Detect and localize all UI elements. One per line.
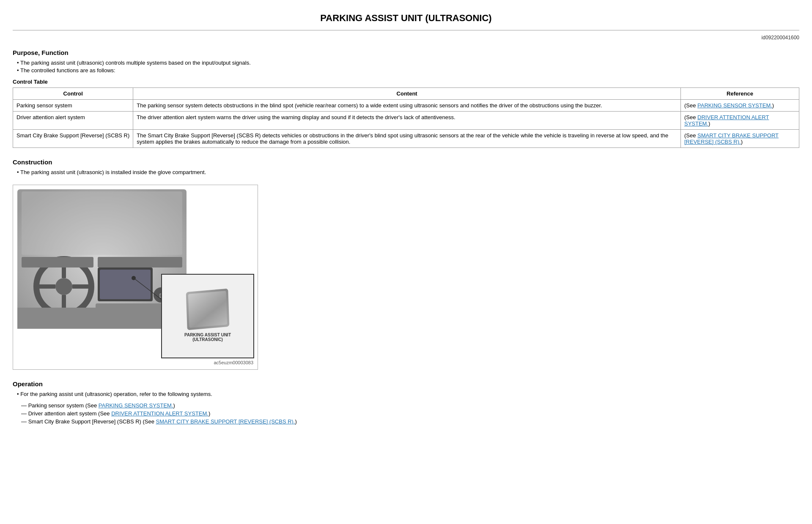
title-divider — [13, 30, 799, 30]
row1-content: The parking sensor system detects obstru… — [133, 100, 681, 112]
construction-section: Construction The parking assist unit (ul… — [13, 158, 799, 370]
svg-rect-9 — [100, 270, 151, 299]
svg-point-3 — [55, 278, 72, 295]
operation-item-3: Smart City Brake Support [Reverse] (SCBS… — [21, 418, 799, 425]
control-table-heading: Control Table — [13, 79, 799, 85]
row3-reference-link[interactable]: SMART CITY BRAKE SUPPORT [REVERSE] (SCBS… — [684, 132, 779, 145]
op-link-parking[interactable]: PARKING SENSOR SYSTEM. — [99, 402, 173, 409]
row2-reference: (See DRIVER ATTENTION ALERT SYSTEM.) — [681, 112, 799, 130]
table-header-row: Control Content Reference — [13, 88, 799, 100]
table-row: Smart City Brake Support [Reverse] (SCBS… — [13, 130, 799, 148]
page-title: PARKING ASSIST UNIT (ULTRASONIC) — [13, 8, 799, 30]
svg-rect-12 — [98, 257, 182, 267]
diagram-inner: D PARKING ASSIST UNIT(ULTRASONIC) — [17, 189, 254, 358]
operation-section: Operation For the parking assist unit (u… — [13, 380, 799, 425]
row3-content: The Smart City Brake Support [Reverse] (… — [133, 130, 681, 148]
table-row: Driver attention alert system The driver… — [13, 112, 799, 130]
operation-items: Parking sensor system (See PARKING SENSO… — [13, 402, 799, 425]
col-control: Control — [13, 88, 133, 100]
parking-assist-unit-icon — [186, 289, 230, 330]
operation-heading: Operation — [13, 380, 799, 388]
row2-control: Driver attention alert system — [13, 112, 133, 130]
operation-bullets: For the parking assist unit (ultrasonic)… — [13, 391, 799, 397]
diagram-container: D PARKING ASSIST UNIT(ULTRASONIC) ac5euz… — [13, 185, 258, 370]
construction-bullet-1: The parking assist unit (ultrasonic) is … — [17, 169, 799, 175]
col-content: Content — [133, 88, 681, 100]
col-reference: Reference — [681, 88, 799, 100]
operation-item-1: Parking sensor system (See PARKING SENSO… — [21, 402, 799, 409]
row1-control: Parking sensor system — [13, 100, 133, 112]
control-table: Control Content Reference Parking sensor… — [13, 87, 799, 148]
op-link-attention[interactable]: DRIVER ATTENTION ALERT SYSTEM. — [111, 410, 208, 417]
table-row: Parking sensor system The parking sensor… — [13, 100, 799, 112]
purpose-section: Purpose, Function The parking assist uni… — [13, 49, 799, 148]
callout-label: PARKING ASSIST UNIT(ULTRASONIC) — [184, 333, 231, 342]
callout-box: PARKING ASSIST UNIT(ULTRASONIC) — [161, 274, 254, 358]
svg-point-16 — [132, 276, 136, 280]
op-link-scbs[interactable]: SMART CITY BRAKE SUPPORT [REVERSE] (SCBS… — [156, 418, 295, 425]
svg-rect-11 — [22, 257, 93, 267]
construction-heading: Construction — [13, 158, 799, 166]
row2-content: The driver attention alert system warns … — [133, 112, 681, 130]
row3-reference: (See SMART CITY BRAKE SUPPORT [REVERSE] … — [681, 130, 799, 148]
construction-bullets: The parking assist unit (ultrasonic) is … — [13, 169, 799, 175]
row1-reference-link[interactable]: PARKING SENSOR SYSTEM. — [697, 102, 772, 109]
operation-item-2: Driver attention alert system (See DRIVE… — [21, 410, 799, 417]
svg-rect-1 — [22, 191, 182, 255]
diagram-caption: ac5euzm00003083 — [17, 360, 253, 365]
row2-reference-link[interactable]: DRIVER ATTENTION ALERT SYSTEM. — [684, 114, 769, 127]
purpose-heading: Purpose, Function — [13, 49, 799, 56]
document-id: id092200041600 — [13, 35, 799, 41]
row3-control: Smart City Brake Support [Reverse] (SCBS… — [13, 130, 133, 148]
purpose-bullet-2: The controlled functions are as follows: — [17, 67, 799, 74]
purpose-bullets: The parking assist unit (ultrasonic) con… — [13, 60, 799, 74]
row1-reference: (See PARKING SENSOR SYSTEM.) — [681, 100, 799, 112]
purpose-bullet-1: The parking assist unit (ultrasonic) con… — [17, 60, 799, 66]
operation-bullet-1: For the parking assist unit (ultrasonic)… — [17, 391, 799, 397]
